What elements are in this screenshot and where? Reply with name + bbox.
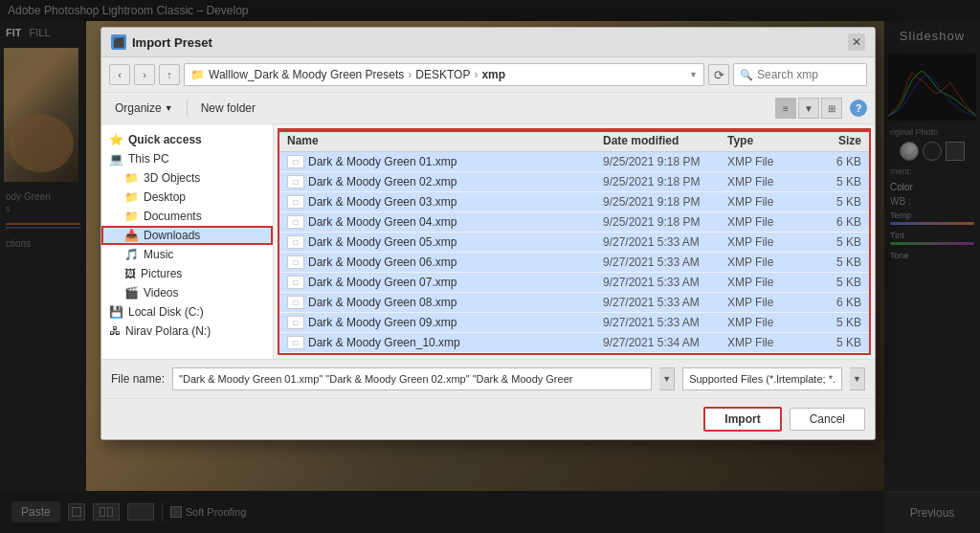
help-button[interactable]: ? [850, 100, 867, 117]
tree-local-disk[interactable]: 💾 Local Disk (C:) [101, 302, 273, 322]
file-icon: □ [287, 255, 304, 269]
file-size: 5 KB [804, 255, 861, 269]
table-row[interactable]: □ Dark & Moody Green 07.xmp 9/27/2021 5:… [279, 273, 869, 293]
file-list-header: Name Date modified Type Size [279, 130, 869, 152]
file-size: 6 KB [804, 296, 861, 309]
view-list-button[interactable]: ≡ [775, 98, 796, 119]
file-date: 9/27/2021 5:33 AM [603, 276, 727, 289]
this-pc-label: This PC [128, 152, 169, 166]
table-row[interactable]: □ Dark & Moody Green 01.xmp 9/25/2021 9:… [279, 152, 869, 172]
toolbar-separator [187, 100, 188, 117]
file-size: 5 KB [804, 195, 861, 209]
file-type: XMP File [727, 235, 804, 249]
file-type: XMP File [727, 195, 804, 209]
file-icon: □ [287, 296, 304, 309]
table-row[interactable]: □ Dark & Moody Green 05.xmp 9/27/2021 5:… [279, 233, 869, 253]
table-row[interactable]: □ Dark & Moody Green 02.xmp 9/25/2021 9:… [279, 172, 869, 192]
file-icon: □ [287, 215, 304, 229]
nav-sep-2: › [474, 68, 478, 81]
nav-dropdown-icon: ▼ [689, 70, 698, 79]
search-icon: 🔍 [740, 69, 753, 81]
file-name: Dark & Moody Green 01.xmp [308, 155, 603, 168]
dialog-titlebar: ⬛ Import Preset ✕ [101, 28, 875, 57]
nav-search-box[interactable]: 🔍 [733, 63, 867, 86]
dialog-icon: ⬛ [111, 34, 126, 50]
view-list-dropdown-button[interactable]: ▼ [798, 98, 819, 119]
documents-label: Documents [144, 210, 202, 223]
view-tile-button[interactable]: ⊞ [821, 98, 842, 119]
file-name: Dark & Moody Green 05.xmp [308, 235, 603, 249]
table-row[interactable]: □ Dark & Moody Green 04.xmp 9/25/2021 9:… [279, 212, 869, 233]
file-name: Dark & Moody Green 09.xmp [308, 316, 603, 329]
table-row[interactable]: □ Dark & Moody Green 09.xmp 9/27/2021 5:… [279, 313, 869, 333]
file-type: XMP File [727, 276, 804, 289]
file-size: 5 KB [804, 235, 861, 249]
tree-quick-access[interactable]: ⭐ Quick access [101, 130, 273, 149]
nav-forward-button[interactable]: › [134, 64, 155, 85]
nav-up-button[interactable]: ↑ [159, 64, 180, 85]
file-size: 5 KB [804, 316, 861, 329]
dialog-actions-row: Import Cancel [101, 398, 875, 439]
nirav-polara-label: Nirav Polara (N:) [125, 324, 211, 338]
filename-input[interactable] [172, 367, 652, 390]
nav-back-button[interactable]: ‹ [109, 64, 130, 85]
organize-dropdown-icon: ▼ [165, 103, 173, 113]
tree-3d-objects[interactable]: 📁 3D Objects [101, 168, 273, 188]
file-date: 9/25/2021 9:18 PM [603, 215, 727, 229]
new-folder-button[interactable]: New folder [195, 100, 261, 117]
file-name: Dark & Moody Green_10.xmp [308, 336, 603, 349]
videos-icon: 🎬 [124, 286, 139, 300]
table-row[interactable]: □ Dark & Moody Green 03.xmp 9/25/2021 9:… [279, 192, 869, 212]
nav-path-walllow: Walllow_Dark & Moody Green Presets [209, 68, 404, 81]
file-icon: □ [287, 336, 304, 349]
tree-documents[interactable]: 📁 Documents [101, 207, 273, 226]
nav-refresh-button[interactable]: ⟳ [708, 64, 729, 85]
file-list-body: □ Dark & Moody Green 01.xmp 9/25/2021 9:… [279, 152, 869, 353]
file-type: XMP File [727, 155, 804, 168]
tree-this-pc[interactable]: 💻 This PC [101, 149, 273, 168]
table-row[interactable]: □ Dark & Moody Green_10.xmp 9/27/2021 5:… [279, 333, 869, 353]
file-size: 5 KB [804, 276, 861, 289]
tree-videos[interactable]: 🎬 Videos [101, 283, 273, 302]
file-name: Dark & Moody Green 03.xmp [308, 195, 603, 209]
dialog-filename-row: File name: ▼ Supported Files (*.lrtempla… [101, 359, 875, 398]
folder-3d-icon: 📁 [124, 171, 139, 185]
search-input[interactable] [757, 68, 860, 81]
file-date: 9/25/2021 9:18 PM [603, 195, 727, 209]
organize-label: Organize [115, 101, 162, 115]
music-icon: 🎵 [124, 248, 139, 261]
table-row[interactable]: □ Dark & Moody Green 08.xmp 9/27/2021 5:… [279, 293, 869, 313]
tree-desktop[interactable]: 📁 Desktop [101, 188, 273, 207]
tree-downloads[interactable]: 📥 Downloads [101, 226, 273, 245]
tree-nirav-polara[interactable]: 🖧 Nirav Polara (N:) [101, 322, 273, 341]
filetype-dropdown-button[interactable]: ▼ [850, 367, 865, 390]
view-buttons-group: ≡ ▼ ⊞ [775, 98, 842, 119]
file-type: XMP File [727, 336, 804, 349]
star-icon: ⭐ [109, 133, 123, 146]
table-row[interactable]: □ Dark & Moody Green 06.xmp 9/27/2021 5:… [279, 253, 869, 273]
file-type: XMP File [727, 175, 804, 189]
downloads-icon: 📥 [124, 229, 139, 242]
tree-pictures[interactable]: 🖼 Pictures [101, 264, 273, 283]
file-icon: □ [287, 276, 304, 289]
folder-tree-panel: ⭐ Quick access 💻 This PC 📁 3D Objects 📁 … [101, 124, 274, 359]
filetype-select: Supported Files (*.lrtemplate; *. [682, 367, 842, 390]
file-size: 5 KB [804, 175, 861, 189]
folder-icon: 📁 [190, 68, 205, 81]
file-icon: □ [287, 316, 304, 329]
file-type: XMP File [727, 255, 804, 269]
dialog-nav-bar: ‹ › ↑ 📁 Walllow_Dark & Moody Green Prese… [101, 57, 875, 93]
file-name: Dark & Moody Green 04.xmp [308, 215, 603, 229]
file-name: Dark & Moody Green 02.xmp [308, 175, 603, 189]
cancel-button[interactable]: Cancel [790, 408, 865, 431]
file-name: Dark & Moody Green 06.xmp [308, 255, 603, 269]
file-icon: □ [287, 235, 304, 249]
nav-path-bar[interactable]: 📁 Walllow_Dark & Moody Green Presets › D… [184, 63, 704, 86]
import-button[interactable]: Import [703, 407, 781, 432]
tree-music[interactable]: 🎵 Music [101, 245, 273, 264]
close-button[interactable]: ✕ [848, 33, 865, 51]
organize-button[interactable]: Organize ▼ [109, 100, 179, 117]
file-size: 6 KB [804, 215, 861, 229]
file-type: XMP File [727, 215, 804, 229]
filename-dropdown-button[interactable]: ▼ [659, 367, 675, 390]
